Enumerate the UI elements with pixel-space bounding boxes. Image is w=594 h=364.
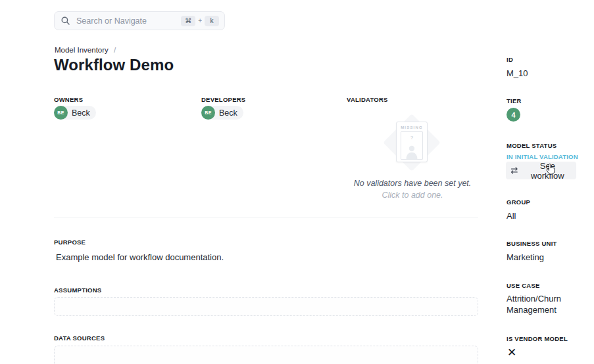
group-label: GROUP	[507, 198, 530, 206]
assumptions-field[interactable]	[54, 297, 478, 316]
model-status-value: IN INITIAL VALIDATION	[507, 153, 578, 160]
id-value: M_10	[507, 68, 528, 79]
use-case-value: Attrition/Churn Management	[507, 293, 579, 315]
data-sources-label: DATA SOURCES	[54, 334, 105, 342]
developer-name: Beck	[219, 108, 237, 118]
owner-name: Beck	[72, 108, 90, 118]
owner-chip[interactable]: BE Beck	[54, 106, 96, 120]
missing-poster: MISSING ?	[347, 116, 478, 171]
missing-poster-card: MISSING ?	[396, 122, 428, 162]
business-unit-value: Marketing	[507, 252, 544, 263]
cmd-key-badge: ⌘	[181, 16, 195, 26]
group-value: All	[507, 210, 516, 221]
person-silhouette-icon	[403, 143, 420, 160]
swap-arrows-icon	[510, 167, 519, 174]
model-detail-page: ⌘ + k Model Inventory / Workflow Demo OW…	[0, 0, 594, 364]
missing-poster-title: MISSING	[397, 125, 427, 129]
validators-label: VALIDATORS	[347, 96, 388, 103]
tier-badge: 4	[507, 108, 520, 122]
see-workflow-button[interactable]: See workflow	[506, 162, 576, 179]
missing-poster-frame: ?	[401, 131, 423, 160]
developer-avatar: BE	[201, 106, 215, 120]
purpose-field[interactable]: Example model for workflow documentation…	[56, 252, 224, 262]
breadcrumb-separator: /	[114, 46, 116, 54]
section-divider	[54, 217, 478, 217]
assumptions-label: ASSUMPTIONS	[54, 286, 101, 294]
vendor-false-x-icon: ✕	[507, 346, 516, 359]
developers-label: DEVELOPERS	[201, 96, 245, 103]
validators-empty-state[interactable]: MISSING ? No validators have been set ye…	[347, 116, 478, 200]
developer-chip[interactable]: BE Beck	[201, 106, 243, 120]
see-workflow-label: See workflow	[523, 161, 572, 181]
owners-label: OWNERS	[54, 96, 83, 103]
owner-avatar: BE	[54, 106, 68, 120]
key-separator: +	[198, 17, 202, 24]
validators-empty-message: No validators have been set yet.	[347, 179, 478, 188]
model-status-label: MODEL STATUS	[507, 142, 557, 149]
k-key-badge: k	[205, 16, 219, 26]
id-label: ID	[507, 56, 513, 63]
business-unit-label: BUSINESS UNIT	[507, 240, 557, 247]
use-case-label: USE CASE	[507, 282, 540, 289]
data-sources-field[interactable]	[54, 346, 478, 364]
validators-add-hint[interactable]: Click to add one.	[347, 191, 478, 200]
page-title: Workflow Demo	[54, 56, 174, 74]
tier-label: TIER	[507, 97, 522, 104]
search-icon	[61, 16, 70, 25]
question-mark-glyph: ?	[401, 135, 422, 141]
breadcrumb: Model Inventory /	[55, 46, 116, 54]
breadcrumb-model-inventory[interactable]: Model Inventory	[55, 46, 109, 54]
global-search-bar[interactable]: ⌘ + k	[54, 11, 225, 30]
is-vendor-model-label: IS VENDOR MODEL	[507, 335, 568, 342]
purpose-label: PURPOSE	[54, 239, 86, 246]
search-input[interactable]	[75, 16, 181, 26]
